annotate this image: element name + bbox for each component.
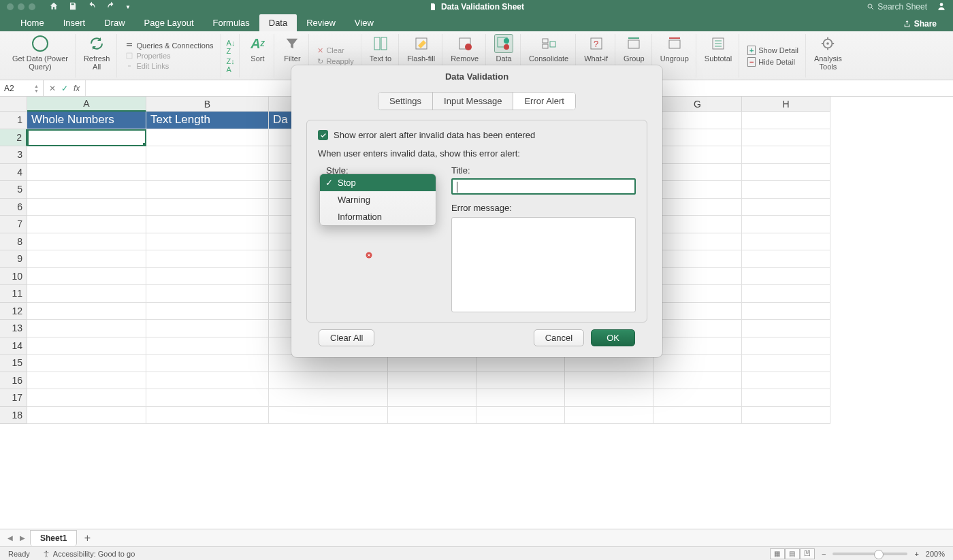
cell[interactable] bbox=[27, 250, 146, 268]
cancel-formula-icon[interactable]: ✕ bbox=[49, 84, 56, 93]
tab-review[interactable]: Review bbox=[297, 14, 345, 31]
zoom-in-button[interactable]: + bbox=[914, 550, 918, 558]
view-page-layout-icon[interactable]: ▤ bbox=[785, 548, 800, 559]
title-input[interactable] bbox=[451, 178, 636, 195]
cell[interactable] bbox=[742, 181, 830, 199]
row-header[interactable]: 12 bbox=[0, 303, 27, 320]
cell[interactable] bbox=[742, 268, 830, 286]
cell[interactable] bbox=[742, 129, 830, 147]
cell[interactable] bbox=[742, 320, 830, 337]
accessibility-status[interactable]: Accessibility: Good to go bbox=[42, 550, 135, 558]
cell[interactable] bbox=[742, 199, 830, 216]
redo-icon[interactable] bbox=[106, 1, 116, 13]
cell[interactable] bbox=[653, 355, 742, 372]
row-header[interactable]: 3 bbox=[0, 146, 27, 164]
cell[interactable] bbox=[146, 389, 269, 407]
sheet-nav-prev[interactable]: ◀ bbox=[5, 534, 15, 542]
row-header[interactable]: 7 bbox=[0, 216, 27, 233]
cell[interactable] bbox=[742, 146, 830, 164]
share-button[interactable]: Share bbox=[897, 16, 942, 31]
tab-data[interactable]: Data bbox=[259, 14, 297, 31]
cell[interactable] bbox=[565, 407, 653, 425]
cell[interactable] bbox=[742, 355, 830, 372]
dialog-tab-settings[interactable]: Settings bbox=[378, 93, 433, 110]
analysis-tools-group[interactable]: Analysis Tools bbox=[807, 34, 849, 78]
sort-asc-icon[interactable]: A↓Z bbox=[227, 39, 236, 55]
cell[interactable] bbox=[565, 372, 653, 390]
cell[interactable] bbox=[146, 216, 269, 233]
cell[interactable] bbox=[146, 337, 269, 355]
cell[interactable] bbox=[388, 389, 476, 407]
cancel-button[interactable]: Cancel bbox=[534, 329, 584, 346]
cell[interactable] bbox=[146, 250, 269, 268]
undo-icon[interactable] bbox=[87, 1, 97, 13]
add-sheet-button[interactable]: + bbox=[80, 531, 95, 546]
cell[interactable] bbox=[742, 112, 830, 129]
cell[interactable] bbox=[27, 181, 146, 199]
show-error-checkbox[interactable] bbox=[318, 130, 328, 140]
cell[interactable] bbox=[653, 389, 742, 407]
row-header[interactable]: 5 bbox=[0, 181, 27, 199]
tab-page-layout[interactable]: Page Layout bbox=[135, 14, 204, 31]
cell[interactable] bbox=[146, 199, 269, 216]
home-icon[interactable] bbox=[49, 1, 59, 13]
tab-insert[interactable]: Insert bbox=[54, 14, 95, 31]
row-header[interactable]: 1 bbox=[0, 112, 27, 129]
properties-button[interactable]: Properties bbox=[125, 52, 213, 60]
subtotal-group[interactable]: Subtotal bbox=[698, 34, 739, 78]
cell[interactable] bbox=[653, 181, 742, 199]
style-option-warning[interactable]: Warning bbox=[320, 191, 436, 208]
dialog-tab-error-alert[interactable]: Error Alert bbox=[513, 93, 575, 110]
cell[interactable] bbox=[27, 216, 146, 233]
save-icon[interactable] bbox=[68, 1, 78, 13]
cell[interactable] bbox=[742, 337, 830, 355]
cell[interactable] bbox=[476, 372, 565, 390]
cell[interactable] bbox=[653, 285, 742, 303]
dialog-tab-input-message[interactable]: Input Message bbox=[433, 93, 513, 110]
column-header[interactable]: G bbox=[653, 97, 742, 112]
cell[interactable] bbox=[27, 355, 146, 372]
cell[interactable] bbox=[146, 129, 269, 147]
cell[interactable] bbox=[653, 129, 742, 147]
cell[interactable] bbox=[146, 285, 269, 303]
column-header[interactable]: B bbox=[146, 97, 269, 112]
row-header[interactable]: 11 bbox=[0, 285, 27, 303]
tab-draw[interactable]: Draw bbox=[95, 14, 134, 31]
cell[interactable] bbox=[27, 389, 146, 407]
sort-az-group[interactable]: A↓Z Z↓A bbox=[223, 34, 240, 78]
select-all-corner[interactable] bbox=[0, 97, 27, 112]
clear-button[interactable]: ✕Clear bbox=[317, 46, 353, 55]
cell[interactable] bbox=[146, 407, 269, 425]
cell[interactable] bbox=[269, 389, 388, 407]
ok-button[interactable]: OK bbox=[591, 329, 635, 346]
reapply-button[interactable]: ↻Reapply bbox=[317, 57, 353, 66]
style-option-stop[interactable]: Stop bbox=[320, 174, 436, 191]
cell[interactable] bbox=[27, 146, 146, 164]
zoom-level[interactable]: 200% bbox=[926, 550, 945, 558]
cell[interactable] bbox=[653, 199, 742, 216]
cell[interactable] bbox=[27, 407, 146, 425]
cell[interactable] bbox=[269, 407, 388, 425]
redo-dropdown-icon[interactable]: ▼ bbox=[125, 4, 131, 10]
cell[interactable] bbox=[146, 268, 269, 286]
cell[interactable] bbox=[27, 372, 146, 390]
search-sheet[interactable]: Search Sheet bbox=[867, 2, 927, 12]
cell[interactable] bbox=[742, 164, 830, 182]
cell[interactable] bbox=[27, 303, 146, 320]
cell[interactable] bbox=[476, 389, 565, 407]
row-header[interactable]: 18 bbox=[0, 407, 27, 425]
cell[interactable] bbox=[742, 372, 830, 390]
user-icon[interactable] bbox=[937, 1, 946, 13]
row-header[interactable]: 17 bbox=[0, 389, 27, 407]
view-buttons[interactable]: ▦ ▤ 凹 bbox=[770, 548, 815, 559]
zoom-out-button[interactable]: − bbox=[822, 550, 826, 558]
show-detail-button[interactable]: +Show Detail bbox=[747, 46, 798, 55]
cell[interactable] bbox=[27, 337, 146, 355]
row-header[interactable]: 8 bbox=[0, 233, 27, 251]
zoom-slider[interactable] bbox=[833, 553, 907, 555]
cell[interactable] bbox=[476, 407, 565, 425]
tab-home[interactable]: Home bbox=[11, 14, 54, 31]
cell[interactable] bbox=[27, 129, 146, 147]
cell[interactable] bbox=[27, 268, 146, 286]
cell[interactable]: Whole Numbers bbox=[27, 112, 146, 129]
